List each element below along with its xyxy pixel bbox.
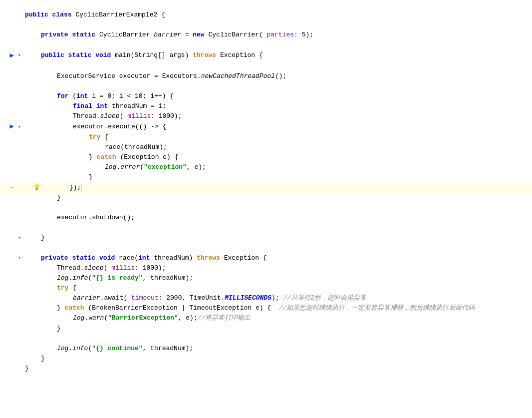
fold-logerror (16, 162, 23, 172)
var-barrier2: barrier (73, 293, 100, 303)
gutter-race (0, 142, 16, 152)
comment-catch2: //如果想超时继续执行，一定要将异常捕获，然后继续执行后面代码 (279, 303, 475, 313)
method-error: error (120, 162, 140, 172)
comma-tn2: , threadNum); (143, 344, 193, 354)
line-content-closemain: } (23, 233, 532, 243)
fold-for (16, 91, 23, 101)
gutter-blank6 (0, 223, 16, 233)
sleep1-paren: ( (120, 111, 124, 121)
code-line-closemain: } (0, 233, 532, 243)
method-await: await( (104, 293, 127, 303)
line-content-for: for (int i = 0; i < 10; i++) { (23, 91, 532, 101)
gutter-sleep1 (0, 111, 16, 121)
val-1000a: 1000); (155, 111, 182, 121)
brace: { (161, 10, 165, 20)
gutter-try2 (0, 283, 16, 293)
eq: = (181, 30, 193, 40)
fold-2 (16, 30, 23, 40)
keyword-public: public (25, 10, 52, 20)
code-line-top (0, 0, 532, 10)
gutter-shutdown (0, 213, 16, 223)
line-content-executor: ExecutorService executor = Executors.new… (23, 71, 532, 81)
line-content-blank2 (23, 40, 532, 50)
kw-static2: static (68, 50, 96, 60)
fold-catch2 (16, 303, 23, 313)
line-content-blank6 (23, 223, 532, 233)
code-line-blank6 (0, 223, 532, 233)
comma-e2: , e); (178, 313, 198, 323)
gutter-closecatch2 (0, 324, 16, 334)
breakpoint-minus[interactable]: – (10, 183, 14, 192)
log-var2: log (57, 273, 68, 283)
code-line-try2: try { (0, 283, 532, 293)
fold-catch (16, 152, 23, 162)
line-content-closecatch2: } (23, 324, 532, 334)
close-try2: } (57, 303, 65, 313)
call-race: race(threadNum); (105, 142, 167, 152)
code-line-race-method: private static void race(int threadNum) … (0, 253, 532, 263)
line-content-loginfo1: log.info("{} is ready", threadNum); (23, 273, 532, 283)
gutter-closerace (0, 354, 16, 364)
code-line-logwarn: log.warn("BarrierException", e);//将异常打印输… (0, 313, 532, 323)
gutter-threadnum (0, 101, 16, 111)
line-content-main: public static void main(String[] args) t… (23, 50, 532, 61)
semicolon-await: ); (271, 293, 283, 303)
thread-sleep2: Thread. (57, 263, 84, 273)
kw-catch1: catch (97, 152, 120, 162)
gutter-blank7 (0, 243, 16, 253)
line-content-catch2: } catch (BrokenBarrierException | Timeou… (23, 303, 532, 313)
code-line-blank4 (0, 81, 532, 91)
kw-throws2: throws (197, 253, 224, 263)
executor-shutdown: executor.shutdown(); (57, 213, 135, 223)
kw-static3: static (72, 253, 99, 263)
fold-sleep1 (16, 111, 23, 121)
line-content-top (23, 0, 532, 10)
fold-closemain[interactable] (16, 233, 23, 243)
code-line-blank5 (0, 203, 532, 213)
method-sleep2: sleep (84, 263, 104, 273)
kw-void2: void (99, 253, 119, 263)
fold-race (16, 142, 23, 152)
fold-await (16, 293, 23, 303)
gutter-try (0, 132, 16, 142)
code-editor: public class CyclicBarrierExample2 { pri… (0, 0, 532, 418)
try2-brace: { (72, 283, 76, 293)
kw-final: final (73, 101, 96, 111)
fold-blank6 (16, 223, 23, 233)
kw-void: void (95, 50, 115, 60)
method-info2: info (72, 344, 88, 354)
paren-newcached: (); (275, 71, 286, 81)
comma-e: , e); (187, 162, 206, 172)
var-i: i = 0; i < 10; i++) { (92, 91, 174, 101)
method-warn: warn (88, 313, 104, 323)
fold-race-method[interactable] (16, 253, 23, 263)
fold-blank3 (16, 61, 23, 71)
code-line-closerace: } (0, 354, 532, 364)
fold-main[interactable] (16, 50, 23, 61)
code-line-executor: ExecutorService executor = Executors.new… (0, 71, 532, 81)
method-info1: info (72, 273, 88, 283)
gutter-blank2 (0, 40, 16, 50)
close-lambda: }); (69, 183, 81, 193)
gutter-logerror (0, 162, 16, 172)
log-var4: log (57, 344, 68, 354)
close-try: } (89, 152, 97, 162)
dot-warn: . (84, 313, 88, 323)
comma-tn1: , threadNum); (143, 273, 193, 283)
type-cyclicbarrier: CyclicBarrier (99, 30, 154, 40)
fold-1 (16, 10, 23, 20)
info1-paren: ( (88, 273, 92, 283)
fold-executor (16, 71, 23, 81)
code-line-blank7 (0, 243, 532, 253)
fold-loginfo2 (16, 344, 23, 354)
kw-int: int (76, 91, 92, 101)
fold-closelambda (16, 183, 23, 193)
gutter-closetry (0, 172, 16, 182)
line-content-blank5 (23, 203, 532, 213)
fold-shutdown (16, 213, 23, 223)
error-paren: ( (140, 162, 144, 172)
fold-execute[interactable] (16, 121, 23, 132)
fold-blank1 (16, 20, 23, 30)
exc-exception: Exception { (220, 50, 263, 60)
code-line-catch2: } catch (BrokenBarrierException | Timeou… (0, 303, 532, 313)
